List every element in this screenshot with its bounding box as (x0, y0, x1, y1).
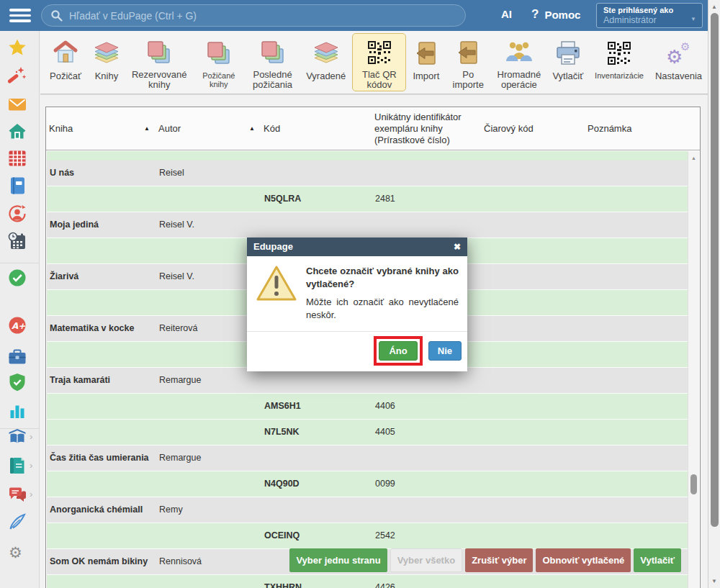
cell-kniha: Traja kamaráti (47, 368, 156, 393)
cell-kniha (47, 186, 156, 212)
table-row-copy[interactable]: OCEINQ2542 (47, 523, 688, 549)
check-circle-icon[interactable] (8, 268, 27, 287)
column-header-kod[interactable]: Kód (261, 107, 372, 150)
table-row-copy[interactable]: TXHHRN4426 (47, 575, 688, 588)
column-header-poznamka[interactable]: Poznámka (585, 107, 688, 150)
no-button[interactable]: Nie (428, 341, 462, 361)
toolbar-item-label: Nastavenia (655, 71, 702, 82)
svg-text:⚙: ⚙ (680, 40, 690, 53)
documents-icon[interactable] (8, 456, 27, 475)
cell-kod (261, 160, 372, 186)
table-scrollbar-thumb[interactable] (690, 474, 697, 494)
home-icon[interactable] (8, 122, 27, 140)
column-header-autor[interactable]: Autor▲ (156, 107, 261, 150)
chat-icon[interactable] (8, 485, 27, 504)
restore-printed-button[interactable]: Obnoviť vytlačené (536, 548, 631, 572)
table-row-book[interactable]: Moja jedináReisel V. (47, 212, 688, 238)
toolbar-item-nastavenia[interactable]: ⚙⚙Nastavenia (650, 33, 707, 91)
pen-icon[interactable] (8, 512, 27, 531)
column-header-unikatny-identifikator-exempla[interactable]: Unikátny identifikátor exempláru knihy (… (372, 107, 481, 150)
table-header: Kniha▲Autor▲KódUnikátny identifikátor ex… (46, 107, 700, 150)
cell-poznamka (585, 160, 688, 186)
search-input[interactable] (41, 4, 466, 27)
table-row-book[interactable]: Traja kamarátiRemargue (47, 368, 688, 394)
select-all-button[interactable]: Vyber všetko (390, 548, 462, 572)
cell-ciarovy-kod (482, 212, 585, 238)
cell-poznamka (585, 445, 688, 471)
notebook-icon[interactable] (8, 176, 27, 195)
toolbar-item-import[interactable]: Import (408, 33, 444, 91)
ai-button[interactable]: AI (501, 8, 512, 20)
chevron-right-icon: › (30, 461, 37, 471)
cell-kod (261, 368, 372, 393)
toolbar-item-posledne-pozicania[interactable]: Posledné požičania (246, 33, 300, 91)
scroll-up-icon[interactable]: ▲ (708, 4, 720, 10)
column-header-ciarovy-kod[interactable]: Čiarový kód (481, 107, 585, 150)
selection-actions: Vyber jednu stranu Vyber všetko Zrušiť v… (289, 548, 681, 572)
shield-icon[interactable] (8, 373, 27, 392)
toolbar-item-tlac-qr-kodov[interactable]: Tlač QR kódov (352, 33, 406, 91)
magic-wand-icon[interactable] (8, 66, 27, 85)
table-row-copy[interactable]: N7L5NK4405 (47, 420, 688, 445)
table-row-book[interactable]: Čas žitia čas umieraniaRemargue (47, 445, 688, 471)
close-icon[interactable]: ✖ (454, 238, 461, 256)
toolbar-item-inventarizacie[interactable]: Inventarizácie (590, 33, 649, 91)
toolbar-item-hromadne-operacie[interactable]: Hromadné operácie (492, 33, 546, 91)
help-icon: ? (531, 7, 539, 22)
table-row-copy[interactable]: AMS6H14406 (47, 394, 688, 420)
cell-kniha: Som OK nemám bikiny (47, 549, 156, 574)
cell-autor (156, 523, 261, 548)
toolbar-item-vyradene[interactable]: Vyradené (301, 33, 351, 91)
help-label: Pomoc (544, 9, 580, 21)
column-header-kniha[interactable]: Kniha▲ (46, 107, 156, 150)
cell-kniha (47, 420, 156, 445)
cell-poznamka (585, 186, 688, 212)
cell-ciarovy-kod (482, 497, 585, 523)
scroll-up-icon[interactable]: ▲ (688, 155, 699, 160)
table-row-book[interactable]: Anorganická chémiaIIRemy (47, 497, 688, 523)
settings-gear-icon[interactable]: ⚙ (8, 543, 27, 561)
scroll-down-icon[interactable]: ▼ (708, 578, 720, 584)
print-button[interactable]: Vytlačiť (634, 548, 681, 572)
cell-ciarovy-kod (482, 471, 585, 497)
cell-kod (261, 212, 372, 238)
cell-ciarovy-kod (482, 264, 585, 289)
dialog-title: Edupage (253, 238, 293, 256)
mail-icon[interactable] (8, 95, 27, 114)
cell-kniha: Moja jediná (47, 212, 156, 238)
clear-selection-button[interactable]: Zrušiť výber (465, 548, 533, 572)
table-row-copy[interactable]: N5QLRA2481 (47, 186, 688, 212)
cell-ciarovy-kod (482, 290, 585, 315)
grades-icon[interactable]: A+ (8, 316, 27, 335)
table-row-copy[interactable]: N4Q90D0099 (47, 471, 688, 497)
toolbar-item-pozicat[interactable]: Požičať (45, 33, 86, 91)
toolbar-item-vytlacit[interactable]: Vytlačiť (547, 33, 588, 91)
stacked-cards-icon (206, 38, 232, 68)
library-icon[interactable] (8, 428, 27, 446)
select-one-page-button[interactable]: Vyber jednu stranu (289, 548, 387, 572)
toolbar-item-pozicane-knihy[interactable]: Požičané knihy (194, 33, 245, 91)
cell-ciarovy-kod (482, 342, 585, 367)
toolbar-item-label: Knihy (95, 71, 119, 82)
toolbar-item-label: Požičané knihy (199, 71, 240, 89)
results-chart-icon[interactable] (8, 402, 27, 420)
calendar-clock-icon[interactable] (8, 232, 27, 250)
page-scrollbar[interactable]: ▲ ▼ (708, 0, 720, 588)
yes-button[interactable]: Áno (379, 341, 417, 361)
toolbar-item-po-importe[interactable]: Po importe (446, 33, 490, 91)
column-label: Unikátny identifikátor exempláru knihy (… (374, 112, 475, 146)
hamburger-menu-icon[interactable] (9, 9, 31, 23)
table-row-book[interactable]: U násReisel (47, 160, 688, 186)
help-button[interactable]: ? Pomoc (531, 7, 580, 22)
table-scrollbar[interactable]: ▲ ▼ (688, 151, 699, 588)
timetable-icon[interactable] (8, 149, 27, 168)
cell-autor (156, 290, 261, 315)
toolbar-item-rezervovane-knihy[interactable]: Rezervované knihy (127, 33, 192, 91)
toolbar-item-knihy[interactable]: Knihy (88, 33, 125, 91)
table-row-partial[interactable] (47, 151, 688, 160)
user-menu[interactable]: Ste prihlásený ako Administrátor ▼ (596, 3, 703, 28)
briefcase-icon[interactable] (8, 348, 27, 366)
substitution-icon[interactable] (8, 204, 27, 223)
page-scrollbar-thumb[interactable] (711, 13, 719, 527)
star-icon[interactable] (8, 38, 27, 57)
